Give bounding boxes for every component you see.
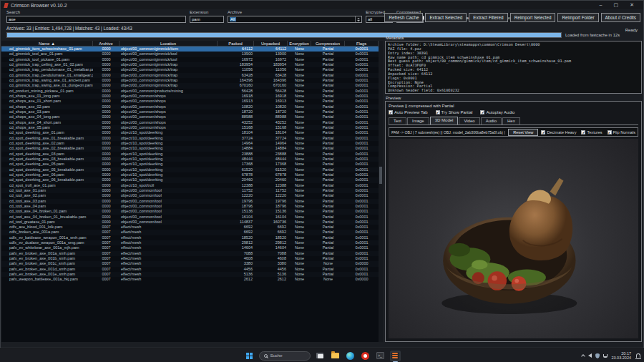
table-row[interactable]: pafx_ev_broken_axe_001b_smh.pam0007effec…	[1, 256, 379, 261]
taskbar-clock[interactable]: 20:17 23.03.2024	[611, 351, 631, 360]
archive-spinner-icon[interactable]	[355, 16, 360, 22]
table-row[interactable]: cd_gimmick_tool_axe_01.pam0000object/00_…	[1, 52, 379, 57]
task-view-button[interactable]	[315, 351, 326, 361]
table-row[interactable]: cd_spot_deerking_axe_03.pam0000object/10…	[1, 152, 379, 157]
column-header[interactable]: Name ▲	[1, 41, 93, 46]
taskbar-search[interactable]: Suche	[259, 351, 311, 361]
preview-option[interactable]: ✓Auto Preview Tab	[389, 110, 428, 114]
scrollbar-thumb[interactable]	[379, 167, 382, 184]
table-row[interactable]: pafx_ev_broken_axe_001d_smh.pam0007effec…	[1, 267, 379, 272]
viewport-option[interactable]: ✓Flip Normals	[608, 130, 635, 134]
table-row[interactable]: cd_shops_axe_04_long.pam0000object/00_co…	[1, 114, 379, 119]
table-row[interactable]: cd_shops_axe_01_short.pam0000object/00_c…	[1, 99, 379, 104]
table-row[interactable]: cd_tool_axe_01.pam0000object/00_common/t…	[1, 188, 379, 193]
table-row[interactable]: cd_shops_axe_05.pam0000object/00_common/…	[1, 125, 379, 130]
table-row[interactable]: cd_gimmick_trap_pendulumaxe_01_metalbar.…	[1, 67, 379, 72]
edge-button[interactable]	[345, 351, 356, 361]
column-header[interactable]: Compression	[311, 41, 345, 46]
table-row[interactable]: cdfx_axe_blood_001_lolk.pam0007effect/me…	[1, 225, 379, 230]
shield-icon[interactable]	[595, 353, 600, 358]
table-row[interactable]: cd_spot_deerking_axe_01.pam0000object/10…	[1, 130, 379, 135]
table-row[interactable]: cd_shops_axe_04_short.pam0000object/00_c…	[1, 120, 379, 125]
table-row[interactable]: cdfx_broken_axe_001a.pam0007effect/mesh6…	[1, 230, 379, 235]
table-row[interactable]: cd_tool_axe_04.pam0000object/00_common/t…	[1, 204, 379, 209]
table-scrollbar[interactable]	[379, 41, 383, 342]
tray-chevron-icon[interactable]	[582, 354, 586, 358]
table-row[interactable]: cd_shops_axe_01_long.pam0000object/00_co…	[1, 94, 379, 99]
table-row[interactable]: cd_spot_deerking_axe_03_breakable.pam000…	[1, 157, 379, 162]
model-viewport[interactable]	[389, 139, 638, 338]
table-row[interactable]: cd_shops_axe_02.pam0000object/00_common/…	[1, 104, 379, 109]
archive-select[interactable]: All	[228, 16, 362, 23]
extension-input[interactable]: pam	[190, 16, 224, 23]
toolbar-button[interactable]: Extract Selected	[425, 13, 467, 22]
preview-tab-audio[interactable]: Audio	[481, 117, 502, 124]
column-header[interactable]: Packed	[218, 41, 254, 46]
toolbar-button[interactable]: Reimport Folder	[557, 13, 598, 22]
table-row[interactable]: cd_spot_deerking_axe_02.pam0000object/10…	[1, 141, 379, 146]
toolbar-button[interactable]: Refresh Cache	[384, 13, 423, 22]
preview-option[interactable]: ✓Autoplay Audio	[480, 110, 514, 114]
table-row[interactable]: cd_gimmick_trap_swing_axe_01_ancient.pam…	[1, 78, 379, 83]
red-app-button[interactable]	[360, 351, 371, 361]
table-row[interactable]: cd_shops_axe_03.pam0000object/00_common/…	[1, 109, 379, 114]
table-row[interactable]: cd_spot_deerking_axe_06.pam0000object/10…	[1, 172, 379, 177]
column-header[interactable]: Flags	[345, 41, 379, 46]
table-row[interactable]: cd_gimmick_tool_pickaxe_01.pam0000object…	[1, 57, 379, 62]
table-row[interactable]: cd_tool_axe_03.pam0000object/00_common/t…	[1, 199, 379, 204]
table-row[interactable]: cd_spot_deerking_axe_05.pam0000object/10…	[1, 162, 379, 167]
speaker-icon[interactable]	[588, 353, 592, 358]
toolbar-button[interactable]: Reimport Selected	[510, 13, 556, 22]
network-icon[interactable]	[603, 354, 608, 358]
table-row[interactable]: cd_tool_axe_04_broken_01.pam0000object/0…	[1, 209, 379, 214]
table-row[interactable]: cd_product_mining_pickaxe_01.pam0000obje…	[1, 89, 379, 94]
table-cell: 16918	[218, 94, 254, 99]
file-explorer-button[interactable]	[330, 351, 341, 361]
table-row[interactable]: pafx_ev_whitebear_axe_001a_mjh.pam0007ef…	[1, 245, 379, 250]
column-header[interactable]: Encryption	[288, 41, 311, 46]
viewport-option[interactable]: ✓Decimate Heavy	[541, 130, 576, 134]
table-row[interactable]: pafx_ev_broken_axe_001a_smh.pam0007effec…	[1, 251, 379, 256]
notification-bell-icon[interactable]	[636, 353, 640, 358]
preview-box: Preview || compressed with Partial ✓Auto…	[385, 101, 642, 342]
table-row[interactable]: pafx_ev_broken_axe_001c_smh.pam0007effec…	[1, 261, 379, 266]
preview-tab-image[interactable]: Image	[407, 117, 429, 124]
table-row[interactable]: cd_gimmick_trap_pendulumaxe_01_smallgear…	[1, 73, 379, 78]
search-input[interactable]: axe	[6, 16, 186, 23]
table-row[interactable]: cd_tool_axe_02.pam0000object/00_common/t…	[1, 193, 379, 198]
table-row[interactable]: cdfx_ev_dualaxe_weapon_001a_smg.pam0007e…	[1, 240, 379, 245]
table-row[interactable]: cd_spot_deerking_axe_02_breakable.pam000…	[1, 146, 379, 151]
table-row[interactable]: cd_tool_greataxe_01.pam0000object/00_com…	[1, 220, 379, 225]
preview-tab-video[interactable]: Video	[459, 117, 479, 124]
table-row[interactable]: cd_spot_deerking_axe_05_breakable.pam000…	[1, 167, 379, 172]
table-cell: Partial	[311, 267, 345, 272]
toolbar-button[interactable]: Extract Filtered	[469, 13, 507, 22]
table-row[interactable]: cd_spot_deerking_axe_06_breakable.pam000…	[1, 177, 379, 182]
column-header[interactable]: Location	[119, 41, 218, 46]
start-button[interactable]	[244, 351, 255, 361]
close-button[interactable]: ✕	[630, 1, 634, 9]
maximize-button[interactable]: ▢	[614, 1, 619, 9]
table-row[interactable]: cd_spot_troll_axe_01.pam0000object/10_sp…	[1, 183, 379, 188]
preview-tab-3d-model[interactable]: 3D Model	[430, 117, 459, 124]
table-row[interactable]: pafx_weapon_battleaxe_001a_hkj.pam0007ef…	[1, 277, 379, 282]
terminal-button[interactable]: >_	[375, 351, 386, 361]
preview-option[interactable]: ✓Try Show Partial	[436, 110, 473, 114]
table-cell: None	[288, 67, 311, 72]
table-row[interactable]: cd_tool_axe_04_broken_01_breakable.pam00…	[1, 215, 379, 220]
column-header[interactable]: Unpacked	[254, 41, 288, 46]
table-row[interactable]: cd_spot_deerking_axe_01_breakable.pam000…	[1, 136, 379, 141]
toolbar-button[interactable]: About // Credits	[601, 13, 640, 22]
minimize-button[interactable]: –	[600, 1, 602, 9]
preview-tab-text[interactable]: Text	[389, 117, 406, 124]
column-header[interactable]: Archive	[93, 41, 119, 46]
table-row[interactable]: cd_gimmick_item_schweinshaxe_01.pam0000o…	[1, 47, 379, 52]
reset-view-button[interactable]: Reset View	[508, 129, 538, 136]
table-row[interactable]: pafx_ev_broken_axe_001e_smh.pam0007effec…	[1, 272, 379, 277]
table-row[interactable]: cd_gimmick_trap_ceiling_axe_01_02.pam000…	[1, 62, 379, 67]
table-row[interactable]: cd_gimmick_trap_swing_axe_01_dungeon.pam…	[1, 83, 379, 88]
preview-tab-hex[interactable]: Hex	[502, 117, 520, 124]
crimson-browser-taskbar-button[interactable]	[390, 351, 401, 361]
viewport-option[interactable]: ✓Textures	[581, 130, 602, 134]
table-row[interactable]: cdfx_ev_battleaxe_weapon_001a_smh.pam000…	[1, 235, 379, 240]
